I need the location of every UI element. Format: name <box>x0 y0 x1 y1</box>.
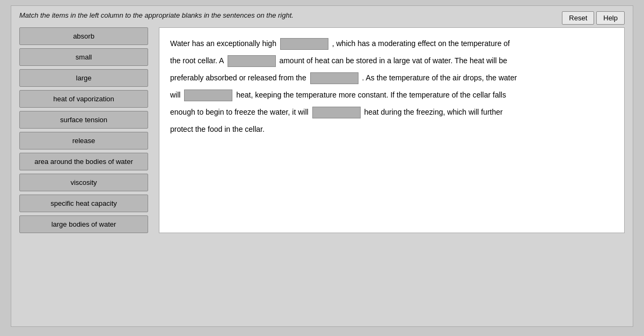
s1-before: Water has an exceptionally high <box>170 39 276 48</box>
s2-after: amount of heat can be stored in a large … <box>279 56 507 65</box>
instructions-text: Match the items in the left column to th… <box>19 11 625 19</box>
s3-before: preferably absorbed or released from the <box>170 73 306 82</box>
help-button[interactable]: Help <box>596 11 625 25</box>
drag-item-viscosity[interactable]: viscosity <box>19 174 148 191</box>
s2-before: the root cellar. A <box>170 56 224 65</box>
sentence-3: preferably absorbed or released from the… <box>170 70 613 85</box>
main-area: absorb small large heat of vaporization … <box>19 27 625 233</box>
drag-item-absorb[interactable]: absorb <box>19 27 148 45</box>
s3-after: . As the temperature of the air drops, t… <box>362 73 517 82</box>
drag-item-large-bodies-of-water[interactable]: large bodies of water <box>19 215 148 233</box>
main-container: Match the items in the left column to th… <box>11 5 633 327</box>
s1-after: , which has a moderating effect on the t… <box>332 39 510 48</box>
drag-item-area-around-water[interactable]: area around the bodies of water <box>19 153 148 170</box>
drag-item-small[interactable]: small <box>19 48 148 66</box>
drag-item-surface-tension[interactable]: surface tension <box>19 111 148 129</box>
left-column: absorb small large heat of vaporization … <box>19 27 148 233</box>
sentence-6: protect the food in the cellar. <box>170 122 613 137</box>
s5-before: enough to begin to freeze the water, it … <box>170 108 309 116</box>
sentence-5: enough to begin to freeze the water, it … <box>170 104 613 120</box>
drag-item-specific-heat-capacity[interactable]: specific heat capacity <box>19 195 148 212</box>
blank-1[interactable] <box>280 38 328 50</box>
sentence-1: Water has an exceptionally high , which … <box>170 36 613 51</box>
drag-item-release[interactable]: release <box>19 132 148 150</box>
blank-3[interactable] <box>310 72 358 84</box>
drag-item-large[interactable]: large <box>19 69 148 87</box>
s6-text: protect the food in the cellar. <box>170 125 265 133</box>
s4-before: will <box>170 91 180 99</box>
sentence-4: will heat, keeping the temperature more … <box>170 87 613 102</box>
button-group: Reset Help <box>562 11 625 25</box>
right-column: Water has an exceptionally high , which … <box>159 27 625 233</box>
blank-5[interactable] <box>312 107 361 118</box>
s5-after: heat during the freezing, which will fur… <box>364 108 502 116</box>
drag-item-heat-of-vaporization[interactable]: heat of vaporization <box>19 90 148 108</box>
blank-4[interactable] <box>184 89 232 101</box>
s4-after: heat, keeping the temperature more const… <box>236 91 506 99</box>
blank-2[interactable] <box>228 55 276 67</box>
sentence-2: the root cellar. A amount of heat can be… <box>170 53 613 68</box>
reset-button[interactable]: Reset <box>562 11 594 25</box>
